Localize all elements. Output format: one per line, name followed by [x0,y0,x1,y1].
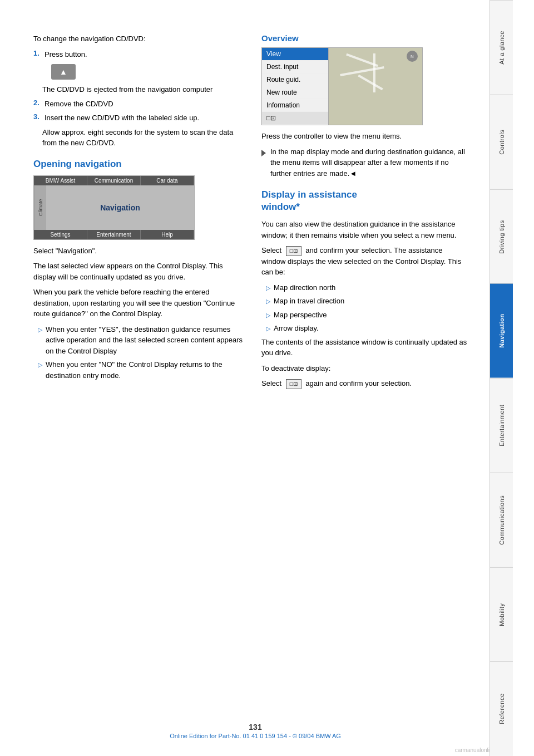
step-1-text: Press button. [44,50,87,58]
step-3-text: Insert the new CD/DVD with the labeled s… [44,114,199,122]
step-2: 2. Remove the CD/DVD [33,99,245,110]
bullet-arrow-icon-6: ▷ [266,324,270,334]
ctrl-icon-1: □⊡ [286,246,301,256]
eject-button-visual: ▲ [42,64,245,80]
nav-header-comm: Communication [87,176,141,185]
bullet-yes-text: When you enter "YES", the destination gu… [46,324,245,357]
bullet-no-text: When you enter "NO" the Control Display … [46,359,245,381]
step-3: 3. Insert the new CD/DVD with the labele… [33,112,245,124]
bullet-yes: ▷ When you enter "YES", the destination … [33,324,245,357]
footer-note: Online Edition for Part-No. 01 41 0 159 … [0,733,511,739]
bullet-arrow-icon-3: ▷ [266,283,270,293]
menu-item-view: View [262,48,328,61]
display-heading: Display in assistancewindow* [261,189,467,213]
step-num-1: 1. [33,49,39,57]
opening-nav-heading: Opening navigation [33,159,245,170]
sidebar-tab-at-a-glance[interactable]: At a glance [490,0,513,95]
eject-button-icon: ▲ [51,64,76,80]
step-1: 1. Press button. [33,49,245,60]
sidebar-tab-controls[interactable]: Controls [490,95,513,189]
ctrl-icon-2: □⊡ [286,379,301,389]
display-bullet-4: ▷ Arrow display. [261,323,467,334]
display-tail-1: The contents of the assistance window is… [261,337,467,359]
sidebar-tab-navigation[interactable]: Navigation [490,283,513,378]
nav-screenshot: BMW Assist Communication Car data Climat… [33,175,195,240]
nav-header-car: Car data [141,176,194,185]
display-bullet-2: ▷ Map in travel direction [261,296,467,307]
body-para-2: When you park the vehicle before reachin… [33,287,245,320]
eject-symbol: ▲ [60,67,67,76]
nav-footer: Settings Entertainment Help [34,230,194,239]
menu-item-info: Information [262,99,328,112]
nav-footer-settings: Settings [34,230,87,239]
menu-map-area: N [329,48,422,125]
bullet-arrow-icon-4: ▷ [266,297,270,307]
step-3-note: Allow approx. eight seconds for the syst… [33,127,245,149]
note-play-icon [261,148,266,179]
note-box: In the map display mode and during desti… [261,146,467,179]
nav-header-bmw: BMW Assist [34,176,87,185]
display-bullet-3-text: Map perspective [274,310,327,321]
step-num-2: 2. [33,99,39,107]
display-bullet-1-text: Map direction north [274,282,335,293]
bullet-arrow-icon-5: ▷ [266,311,270,321]
menu-item-route: Route guid. [262,73,328,86]
select-nav-text: Select "Navigation". [33,246,245,257]
nav-center: Navigation [46,185,194,230]
display-para-2: Select □⊡ and confirm your selection. Th… [261,245,467,278]
body-para-1: The last selected view appears on the Co… [33,261,245,282]
intro-text: To change the navigation CD/DVD: [33,33,245,45]
display-para-1: You can also view the destination guidan… [261,219,467,240]
display-bullet-3: ▷ Map perspective [261,310,467,321]
compass-icon: N [407,51,418,62]
overview-heading: Overview [261,33,467,43]
step-1-note: The CD/DVD is ejected from the navigatio… [33,84,245,95]
nav-center-label: Navigation [100,203,140,212]
nav-header: BMW Assist Communication Car data [34,176,194,185]
bullet-no: ▷ When you enter "NO" the Control Displa… [33,359,245,381]
page-footer: 131 Online Edition for Part-No. 01 41 0 … [0,723,511,739]
display-bullet-1: ▷ Map direction north [261,282,467,293]
right-sidebar: At a glance Controls Driving tips Naviga… [490,0,513,756]
sidebar-tab-driving-tips[interactable]: Driving tips [490,189,513,284]
menu-item-symbol: □⊡ [262,112,328,125]
display-tail-3: Select □⊡ again and confirm your selecti… [261,378,467,389]
nav-footer-entertainment: Entertainment [87,230,141,239]
display-tail-2: To deactivate display: [261,363,467,374]
page-number: 131 [0,723,511,732]
sidebar-tab-mobility[interactable]: Mobility [490,567,513,662]
menu-screenshot: View Dest. input Route guid. New route I… [261,47,423,125]
nav-left-tab: Climate [34,185,46,230]
nav-body: Climate Navigation [34,185,194,230]
controller-text: Press the controller to view the menu it… [261,131,467,142]
step-2-text: Remove the CD/DVD [44,100,113,108]
note-text: In the map display mode and during desti… [270,146,467,179]
nav-footer-help: Help [141,230,194,239]
menu-item-dest: Dest. input [262,61,328,73]
display-bullet-2-text: Map in travel direction [274,296,344,307]
sidebar-tab-entertainment[interactable]: Entertainment [490,378,513,473]
sidebar-tab-reference[interactable]: Reference [490,661,513,756]
display-bullet-4-text: Arrow display. [274,323,319,334]
menu-item-new-route: New route [262,86,328,99]
bullet-arrow-icon: ▷ [38,325,42,357]
menu-list: View Dest. input Route guid. New route I… [262,48,329,125]
step-num-3: 3. [33,112,39,121]
bullet-arrow-icon-2: ▷ [38,360,42,381]
sidebar-tab-communications[interactable]: Communications [490,473,513,567]
